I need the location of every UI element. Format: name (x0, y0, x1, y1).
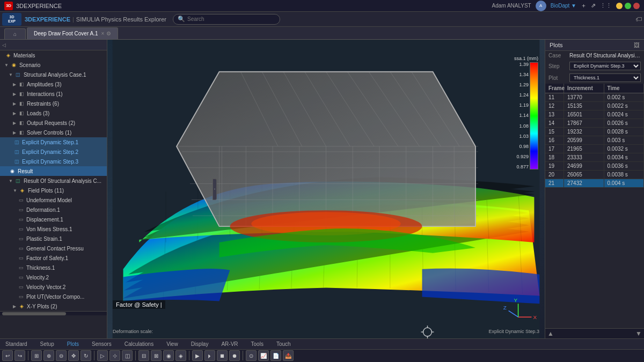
play-button[interactable]: ⏵ (204, 350, 215, 361)
add-icon[interactable]: ＋ (581, 2, 587, 10)
sidebar-item-plotut[interactable]: ▭ Plot UT(Vector Compo... (0, 292, 107, 301)
sidebar-item-result-case[interactable]: ▼ ◫ Result Of Structural Analysis C... (0, 176, 107, 186)
graph-button[interactable]: 📈 (258, 350, 269, 361)
share-icon[interactable]: ⇗ (591, 2, 596, 9)
stop-button[interactable]: ⏹ (217, 350, 228, 361)
tab-display[interactable]: Display (188, 340, 212, 348)
table-row[interactable]: 18 23333 0.0034 s (545, 153, 644, 162)
tab-tools[interactable]: Tools (248, 340, 267, 348)
probe-button[interactable]: ⊙ (246, 350, 257, 361)
bookmark-icon[interactable]: 🏷 (635, 16, 642, 23)
shaded-button[interactable]: ◉ (163, 350, 174, 361)
sidebar-item-step2[interactable]: ◫ Explicit Dynamic Step.2 (0, 147, 107, 157)
sidebar-item-restraints[interactable]: ▶ ◧ Restraints (6) (0, 99, 107, 108)
tab-settings-icon[interactable]: ⚙ (106, 31, 111, 36)
table-row[interactable]: 21 27432 0.004 s (545, 179, 644, 188)
tab-standard[interactable]: Standard (2, 340, 31, 348)
sidebar-hscroll-thumb[interactable] (2, 312, 66, 315)
tab-ar-vr[interactable]: AR-VR (218, 340, 241, 348)
mesh-button[interactable]: ⊟ (138, 350, 149, 361)
sidebar-item-scenario[interactable]: ▼ ◉ Scenario (0, 60, 107, 70)
brand-label[interactable]: BioDapt ▼ (551, 3, 576, 9)
tab-plots[interactable]: Plots (64, 340, 82, 348)
panel-icon[interactable]: 🖼 (634, 42, 640, 48)
sidebar-item-step3[interactable]: ◫ Explicit Dynamic Step.3 (0, 157, 107, 166)
sidebar-item-xy-plots[interactable]: ▶ ◈ X-Y Plots (2) (0, 301, 107, 311)
sidebar-item-velovec[interactable]: ▭ Velocity Vector.2 (0, 282, 107, 292)
svg-text:X: X (533, 314, 537, 320)
sidebar-item-result[interactable]: ◉ Result (0, 166, 107, 176)
header-increment: Increment (564, 84, 604, 93)
sidebar-item-displacement[interactable]: ▭ Displacement.1 (0, 215, 107, 224)
step2-label: Explicit Dynamic Step.2 (22, 149, 78, 155)
viewport[interactable]: X Y Z ssa.1 (mm) 1.39 1.34 1.29 (107, 40, 545, 338)
sidebar-collapse-button[interactable]: ‹ (213, 179, 217, 200)
sidebar-item-velocity2[interactable]: ▭ Velocity.2 (0, 272, 107, 282)
wireframe-button[interactable]: ⊠ (151, 350, 162, 361)
table-row[interactable]: 17 21965 0.0032 s (545, 145, 644, 153)
sidebar-item-step1[interactable]: ◫ Explicit Dynamic Step.1 (0, 137, 107, 147)
tab-setup[interactable]: Setup (37, 340, 57, 348)
sidebar-item-output[interactable]: ▶ ◧ Output Requests (2) (0, 118, 107, 128)
sidebar-item-solver[interactable]: ▶ ◧ Solver Controls (1) (0, 128, 107, 137)
step-dropdown[interactable]: Explicit Dynamic Step.3 (569, 62, 641, 70)
sidebar-item-amplitudes[interactable]: ▶ ◧ Amplitudes (3) (0, 79, 107, 89)
nav-down-icon[interactable]: ▼ (635, 330, 642, 337)
table-row[interactable]: 14 17867 0.0026 s (545, 119, 644, 128)
sidebar-item-materials[interactable]: ◈ Materials (0, 50, 107, 60)
report-button[interactable]: 📄 (270, 350, 281, 361)
zoom-out-button[interactable]: ⊖ (56, 350, 67, 361)
table-row[interactable]: 19 24699 0.0036 s (545, 162, 644, 171)
record-button[interactable]: ⏺ (229, 350, 240, 361)
minimize-button[interactable] (616, 3, 623, 9)
sidebar-item-deformation[interactable]: ▭ Deformation.1 (0, 205, 107, 215)
pan-button[interactable]: ✥ (68, 350, 79, 361)
sidebar-item-field-plots[interactable]: ▼ ◈ Field Plots (11) (0, 186, 107, 195)
module-name: SIMULIA Physics Results Explorer (76, 16, 166, 23)
sidebar-item-thickness[interactable]: ▭ Thickness.1 (0, 263, 107, 272)
search-input[interactable] (187, 16, 275, 22)
nav-up-icon[interactable]: ▲ (547, 330, 554, 337)
sidebar-item-interactions[interactable]: ▶ ◧ Interactions (1) (0, 89, 107, 99)
table-row[interactable]: 20 26065 0.0038 s (545, 171, 644, 179)
table-row[interactable]: 11 13770 0.002 s (545, 93, 644, 102)
animate-button[interactable]: ▶ (192, 350, 203, 361)
plot-dropdown[interactable]: Thickness.1 (569, 73, 641, 82)
section-button[interactable]: ◫ (122, 350, 133, 361)
zoom-in-button[interactable]: ⊕ (43, 350, 54, 361)
close-button[interactable] (633, 3, 640, 9)
tab-calculations[interactable]: Calculations (121, 340, 157, 348)
select-button[interactable]: ▷ (97, 350, 108, 361)
bottom-toolbar: Standard Setup Plots Sensors Calculation… (0, 338, 644, 362)
maximize-button[interactable] (625, 3, 631, 9)
table-row[interactable]: 16 20599 0.003 s (545, 136, 644, 145)
sep4 (189, 351, 189, 360)
tab-sensors[interactable]: Sensors (89, 340, 115, 348)
grid-icon[interactable]: ⋮⋮ (600, 2, 612, 9)
home-tab[interactable]: ⌂ (4, 28, 26, 39)
sidebar-item-loads[interactable]: ▶ ◧ Loads (3) (0, 108, 107, 118)
tab-touch[interactable]: Touch (273, 340, 294, 348)
zoom-fit-button[interactable]: ⊞ (31, 350, 42, 361)
sol-icon: ◧ (18, 129, 25, 136)
sidebar-item-fos[interactable]: ▭ Factor of Safety.1 (0, 253, 107, 263)
table-row[interactable]: 15 19232 0.0028 s (545, 128, 644, 136)
rotate-button[interactable]: ↻ (80, 350, 91, 361)
tab-close-icon[interactable]: × (101, 31, 105, 36)
sidebar-item-plastic[interactable]: ▭ Plastic Strain.1 (0, 234, 107, 243)
export-button[interactable]: 📤 (283, 350, 294, 361)
undo-button[interactable]: ↩ (2, 350, 13, 361)
contour-button[interactable]: ◈ (175, 350, 186, 361)
redo-button[interactable]: ↪ (14, 350, 25, 361)
sidebar-item-vonmises[interactable]: ▭ Von Mises Stress.1 (0, 224, 107, 234)
tab-view[interactable]: View (163, 340, 181, 348)
table-row[interactable]: 12 15135 0.0022 s (545, 102, 644, 110)
sidebar-item-contact[interactable]: ▭ General Contact Pressu (0, 243, 107, 253)
sidebar-item-structural[interactable]: ▼ ◫ Structural Analysis Case.1 (0, 70, 107, 79)
sidebar-item-undeformed[interactable]: ▭ Undeformed Model (0, 195, 107, 205)
active-tab[interactable]: Deep Draw Foot Cover A.1 × ⚙ (27, 27, 118, 39)
measure-button[interactable]: ⊹ (109, 350, 120, 361)
sidebar-hscrollbar[interactable] (0, 311, 107, 315)
table-row[interactable]: 13 16501 0.0024 s (545, 110, 644, 119)
search-bar[interactable]: 🔍 (173, 14, 280, 25)
